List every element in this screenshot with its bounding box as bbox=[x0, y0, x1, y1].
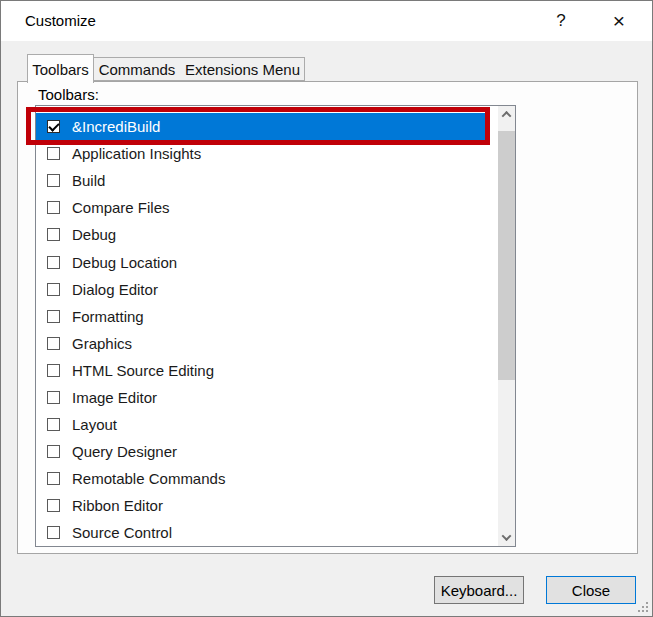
toolbar-list-item[interactable]: &IncrediBuild bbox=[36, 113, 486, 140]
toolbars-tab-page: Toolbars: &IncrediBuild Application Insi… bbox=[17, 81, 638, 554]
toolbar-item-label: Application Insights bbox=[72, 145, 201, 162]
toolbar-item-label: Debug bbox=[72, 226, 116, 243]
close-button-label: Close bbox=[572, 582, 610, 599]
toolbar-item-label: Compare Files bbox=[72, 199, 170, 216]
customize-dialog: Customize ? × Toolbars Commands Extensio… bbox=[0, 0, 653, 617]
toolbar-list-item[interactable]: Build bbox=[36, 167, 498, 194]
toolbar-checkbox[interactable] bbox=[47, 364, 60, 377]
tab-toolbars[interactable]: Toolbars bbox=[27, 54, 94, 83]
title-bar: Customize ? × bbox=[1, 1, 652, 41]
toolbar-checkbox[interactable] bbox=[47, 526, 60, 539]
toolbar-item-label: Debug Location bbox=[72, 254, 177, 271]
window-close-button[interactable]: × bbox=[596, 1, 642, 41]
toolbar-checkbox[interactable] bbox=[47, 201, 60, 214]
toolbar-item-label: Layout bbox=[72, 416, 117, 433]
toolbar-checkbox[interactable] bbox=[47, 120, 60, 133]
toolbar-checkbox[interactable] bbox=[47, 256, 60, 269]
help-icon: ? bbox=[556, 11, 565, 31]
toolbar-list-item[interactable]: Source Control bbox=[36, 519, 498, 546]
toolbar-checkbox[interactable] bbox=[47, 391, 60, 404]
toolbar-checkbox[interactable] bbox=[47, 445, 60, 458]
toolbar-list-item[interactable]: Graphics bbox=[36, 330, 498, 357]
toolbar-item-label: Query Designer bbox=[72, 443, 177, 460]
toolbar-checkbox[interactable] bbox=[47, 174, 60, 187]
toolbar-item-label: Remotable Commands bbox=[72, 470, 225, 487]
window-title: Customize bbox=[25, 1, 96, 41]
toolbars-list: &IncrediBuild Application Insights Build… bbox=[36, 106, 498, 546]
toolbar-list-item[interactable]: Remotable Commands bbox=[36, 465, 498, 492]
toolbar-item-label: Formatting bbox=[72, 308, 144, 325]
toolbar-item-label: Source Control bbox=[72, 524, 172, 541]
toolbar-item-label: Ribbon Editor bbox=[72, 497, 163, 514]
toolbar-item-label: Image Editor bbox=[72, 389, 157, 406]
toolbar-list-item[interactable]: Compare Files bbox=[36, 194, 498, 221]
tab-extensions-menu[interactable]: Extensions Menu bbox=[181, 57, 305, 81]
vertical-scrollbar[interactable] bbox=[498, 106, 515, 546]
scrollbar-thumb[interactable] bbox=[498, 131, 515, 380]
toolbars-list-label: Toolbars: bbox=[38, 86, 99, 103]
help-button[interactable]: ? bbox=[538, 1, 584, 41]
scroll-up-button[interactable] bbox=[498, 106, 515, 123]
scroll-down-button[interactable] bbox=[498, 529, 515, 546]
toolbar-list-item[interactable]: Query Designer bbox=[36, 438, 498, 465]
toolbar-list-item[interactable]: Debug bbox=[36, 221, 498, 248]
toolbar-item-label: &IncrediBuild bbox=[72, 118, 160, 135]
toolbar-checkbox[interactable] bbox=[47, 228, 60, 241]
chevron-up-icon bbox=[502, 111, 512, 121]
toolbars-listbox: &IncrediBuild Application Insights Build… bbox=[35, 105, 516, 547]
tab-extensions-menu-label: Extensions Menu bbox=[185, 61, 300, 78]
toolbar-checkbox[interactable] bbox=[47, 418, 60, 431]
toolbar-checkbox[interactable] bbox=[47, 499, 60, 512]
toolbar-item-label: Dialog Editor bbox=[72, 281, 158, 298]
toolbar-list-item[interactable]: Debug Location bbox=[36, 248, 498, 275]
keyboard-button-label: Keyboard... bbox=[441, 582, 518, 599]
toolbar-list-item[interactable]: HTML Source Editing bbox=[36, 357, 498, 384]
tab-toolbars-label: Toolbars bbox=[32, 61, 89, 78]
close-icon: × bbox=[613, 9, 625, 33]
keyboard-button[interactable]: Keyboard... bbox=[434, 576, 524, 604]
toolbar-item-label: Build bbox=[72, 172, 105, 189]
tab-commands-label: Commands bbox=[99, 61, 176, 78]
toolbar-checkbox[interactable] bbox=[47, 310, 60, 323]
chevron-down-icon bbox=[502, 531, 512, 541]
toolbar-item-label: Graphics bbox=[72, 335, 132, 352]
toolbar-item-label: HTML Source Editing bbox=[72, 362, 214, 379]
toolbar-checkbox[interactable] bbox=[47, 337, 60, 350]
toolbar-list-item[interactable]: Layout bbox=[36, 411, 498, 438]
toolbar-checkbox[interactable] bbox=[47, 283, 60, 296]
resize-grip[interactable] bbox=[636, 600, 650, 614]
toolbar-list-item[interactable]: Application Insights bbox=[36, 140, 498, 167]
toolbar-list-item[interactable]: Formatting bbox=[36, 303, 498, 330]
tab-commands[interactable]: Commands bbox=[93, 57, 182, 81]
toolbar-checkbox[interactable] bbox=[47, 472, 60, 485]
toolbar-list-item[interactable]: Image Editor bbox=[36, 384, 498, 411]
toolbar-list-item[interactable]: Dialog Editor bbox=[36, 276, 498, 303]
toolbar-checkbox[interactable] bbox=[47, 147, 60, 160]
close-button[interactable]: Close bbox=[546, 576, 636, 604]
toolbar-list-item[interactable]: Ribbon Editor bbox=[36, 492, 498, 519]
